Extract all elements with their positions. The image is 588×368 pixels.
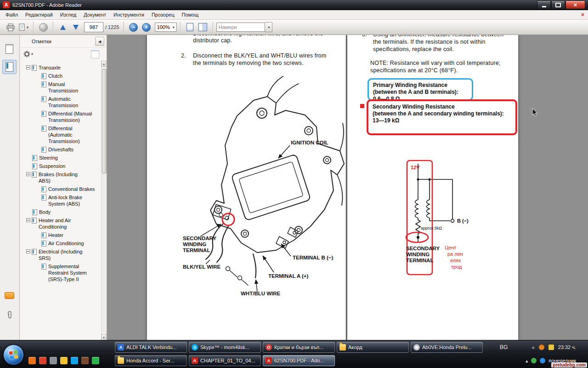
quicklaunch-app-icon[interactable] (71, 357, 78, 364)
collapse-panel-button[interactable]: ◀ (95, 37, 104, 46)
bookmark-item[interactable]: Conventional Brakes (20, 186, 102, 192)
collapse-expander-icon[interactable] (26, 218, 30, 222)
bookmark-item[interactable]: Suspension (20, 163, 102, 169)
zoom-in-button[interactable]: + (141, 21, 152, 33)
quicklaunch-app-icon[interactable] (60, 357, 68, 364)
tray-app-icon[interactable] (539, 345, 544, 350)
bookmark-item[interactable]: Body (20, 209, 102, 215)
primary-box-line1: Primary Winding Resistance (373, 82, 468, 89)
bookmark-item[interactable]: Steering (20, 155, 102, 161)
bookmark-page-icon (32, 209, 37, 215)
taskbar-window-button[interactable]: AALDI TALK Verbindu... (115, 342, 187, 353)
taskbar-window-button[interactable]: OКратки и бързи въп... (263, 342, 335, 353)
quicklaunch-app-icon[interactable] (50, 357, 57, 364)
single-page-view-button[interactable] (185, 21, 196, 33)
menubar-close-icon[interactable]: × (581, 12, 584, 18)
minimize-button[interactable] (537, 0, 551, 9)
start-button[interactable] (3, 345, 24, 365)
bookmark-item[interactable]: Driveshafts (20, 146, 102, 153)
tray-expand-icon[interactable]: « (532, 345, 535, 350)
menu-document[interactable]: Документ (80, 11, 110, 19)
search-options-dropdown[interactable]: ▾ (265, 22, 272, 32)
language-indicator[interactable]: BG (500, 344, 508, 351)
quicklaunch-app-icon[interactable] (81, 357, 89, 364)
previous-page-button[interactable] (57, 21, 68, 33)
menu-tools[interactable]: Инструменти (110, 11, 148, 19)
secondary-winding-annotation-box: Secondary Winding Resistance (between th… (367, 99, 517, 135)
dropdown-arrow-icon[interactable]: ▾ (31, 52, 33, 56)
quicklaunch-app-icon[interactable] (28, 357, 36, 364)
print-button[interactable] (5, 21, 16, 33)
folder-icon (118, 357, 124, 364)
bookmark-label: Air Conditioning (48, 240, 84, 247)
bookmarks-scrollbar[interactable]: ▲ ▼ (101, 61, 107, 340)
taskbar-window-button[interactable]: Ab0VE.Honda Prelu... (411, 342, 483, 353)
bookmark-item[interactable]: Transaxle (20, 64, 102, 71)
bookmarks-panel-button[interactable] (2, 60, 17, 74)
scrollbar-thumb[interactable] (102, 69, 107, 173)
collapse-expander-icon[interactable] (26, 172, 30, 176)
bookmark-item[interactable]: Differential (Automatic Transmission) (20, 125, 102, 144)
tray-app-icon[interactable] (540, 358, 545, 363)
bookmark-page-icon (32, 172, 37, 178)
document-area[interactable]: Disconnect the high tension wire, and re… (107, 35, 588, 340)
panel-options-icon[interactable] (91, 50, 99, 58)
zoom-level-dropdown[interactable]: 100% ▾ (155, 23, 177, 32)
scroll-up-icon[interactable]: ▲ (102, 61, 106, 67)
toolbar-separator (124, 22, 124, 33)
taskbar-window-button[interactable]: SSkype™ - mom4ilsk... (189, 342, 261, 353)
menu-help[interactable]: Помощ (178, 11, 202, 19)
bookmark-item[interactable]: Supplemental Restraint System (SRS)-Type… (20, 263, 102, 282)
collapse-expander-icon[interactable] (26, 249, 30, 253)
bookmark-item[interactable]: Anti-lock Brake System (ABS) (20, 194, 102, 207)
bookmark-page-icon (41, 73, 46, 79)
bookmark-item[interactable]: Brakes (Including ABS) (20, 171, 102, 184)
clock-time[interactable]: 23:32 ч. (558, 345, 576, 350)
bookmark-item[interactable]: Heater and Air Conditioning (20, 217, 102, 230)
folder-icon (339, 344, 346, 351)
toolbar-separator (53, 22, 53, 33)
collapse-expander-icon[interactable] (26, 65, 30, 69)
zoom-level-value: 100% (157, 24, 170, 30)
collaboration-button[interactable] (38, 21, 49, 33)
taskbar-window-button[interactable]: ACHAPTER_01_TO_04... (189, 355, 261, 366)
step3-line1: Using an ohmmeter, measure resistance be… (373, 35, 503, 38)
maximize-button[interactable] (551, 0, 565, 9)
fit-width-view-button[interactable] (198, 21, 209, 33)
pages-panel-button[interactable] (3, 42, 16, 56)
comments-panel-button[interactable] (3, 289, 16, 302)
bookmark-item[interactable]: Air Conditioning (20, 240, 102, 247)
bookmark-item[interactable]: Heater (20, 232, 102, 238)
page-up-icon (60, 25, 66, 30)
bookmark-item[interactable]: Automatic Transmission (20, 96, 102, 109)
tray-up-icon[interactable]: ▴ (526, 358, 528, 363)
quicklaunch-app-icon[interactable] (92, 357, 99, 364)
search-input[interactable] (216, 23, 265, 32)
menu-window[interactable]: Прозорец (148, 11, 178, 19)
menu-edit[interactable]: Редактирай (22, 11, 57, 19)
next-page-button[interactable] (70, 21, 81, 33)
bookmark-item[interactable]: Manual Transmission (20, 81, 102, 94)
taskbar-window-button-active[interactable]: A62SN700.PDF - Ado... (263, 355, 335, 366)
taskbar-window-button[interactable]: Honda Accord - Ser... (115, 355, 187, 366)
taskbar-window-button[interactable]: Акорд (337, 342, 409, 353)
bookmark-page-icon (41, 126, 46, 132)
bookmark-item[interactable]: Differential (Manual Transmission) (20, 110, 102, 123)
menu-file[interactable]: Файл (2, 11, 22, 19)
gear-icon[interactable] (23, 51, 30, 58)
primary-winding-annotation-box: Primary Winding Resistance (between the … (368, 78, 473, 101)
bookmark-item[interactable]: Clutch (20, 73, 102, 79)
zoom-out-button[interactable]: − (128, 21, 139, 33)
label-terminal-b-minus: B (−) (457, 218, 469, 224)
attachments-panel-button[interactable] (3, 308, 16, 322)
quicklaunch-app-icon[interactable] (39, 357, 46, 364)
step3-number: 3. (362, 35, 367, 38)
tray-app-icon[interactable] (548, 345, 554, 350)
close-button[interactable]: × (565, 0, 585, 9)
bookmark-item[interactable]: Electrical (Including SRS) (20, 248, 102, 261)
tray-app-icon[interactable] (531, 358, 537, 363)
page-number-input[interactable] (84, 22, 103, 32)
email-document-button[interactable]: ▾ (18, 21, 29, 33)
label-12v: 12V (411, 165, 420, 170)
menu-view[interactable]: Изглед (57, 11, 80, 19)
